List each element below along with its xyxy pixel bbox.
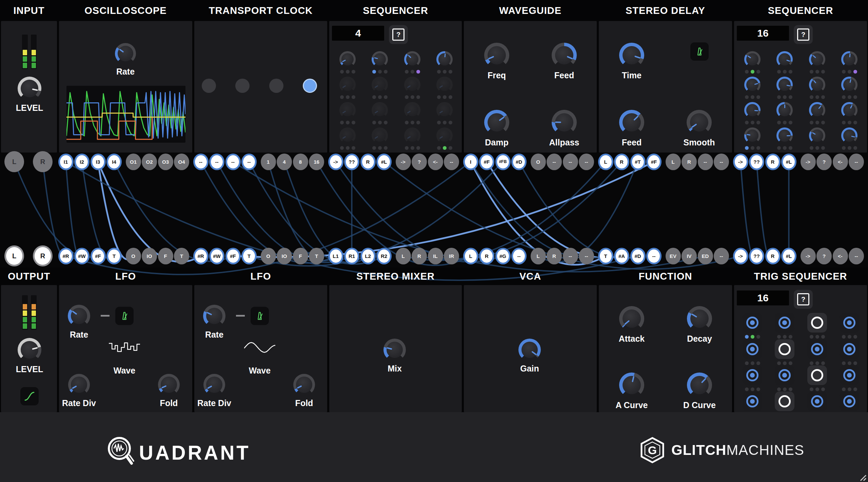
sequencer2-step-knob-12[interactable]: [841, 102, 857, 118]
sequencer2-step-knob-8[interactable]: [841, 77, 857, 93]
jack-upper-6-I4[interactable]: I4: [106, 154, 122, 170]
jack-upper-21-R[interactable]: R: [360, 154, 376, 170]
jack-upper-18-16[interactable]: 16: [309, 154, 324, 170]
jack-upper-41-[interactable]: --: [698, 154, 713, 170]
jack-upper-37-T[interactable]: #T: [630, 154, 646, 170]
jack-upper-45-R[interactable]: R: [765, 154, 781, 170]
jack-upper-31-O[interactable]: O: [531, 154, 546, 170]
jack-lower-29-G[interactable]: #G: [495, 248, 511, 264]
jack-upper-46-L[interactable]: #L: [781, 154, 796, 170]
jack-lower-14-T[interactable]: T: [241, 248, 257, 264]
jack-upper-50-[interactable]: --: [849, 154, 864, 170]
sequencer1-step-knob-16[interactable]: [436, 127, 453, 144]
stereo-delay-smooth-knob[interactable]: [687, 110, 712, 135]
sequencer1-step-knob-11[interactable]: [404, 102, 420, 118]
lfo1-rate-div-knob[interactable]: [68, 374, 90, 396]
jack-lower-22-R2[interactable]: R2: [376, 248, 392, 264]
jack-lower-30-[interactable]: --: [511, 248, 527, 264]
jack-upper-23-[interactable]: ->: [396, 154, 411, 170]
input-level-knob[interactable]: [18, 77, 41, 100]
jack-upper-11-[interactable]: --: [193, 154, 209, 170]
jack-lower-46-L[interactable]: #L: [781, 248, 796, 264]
sequencer1-step-knob-5[interactable]: [339, 77, 356, 93]
output-softclip-button[interactable]: [20, 387, 39, 405]
trig-step-button-9[interactable]: [743, 365, 762, 385]
sequencer2-step-knob-3[interactable]: [809, 51, 825, 67]
lfo2-fold-knob[interactable]: [293, 374, 315, 396]
sequencer1-steps-display[interactable]: 4: [332, 26, 384, 41]
jack-lower-7-O[interactable]: O: [126, 248, 141, 264]
jack-upper-13-[interactable]: --: [225, 154, 241, 170]
resize-handle[interactable]: [857, 472, 867, 481]
jack-upper-5-I3[interactable]: I3: [91, 154, 106, 170]
jack-lower-11-R[interactable]: #R: [193, 248, 209, 264]
jack-upper-25-[interactable]: <-: [428, 154, 443, 170]
jack-lower-16-IO[interactable]: IO: [277, 248, 292, 264]
jack-lower-40-IV[interactable]: IV: [682, 248, 697, 264]
jack-lower-34-[interactable]: --: [579, 248, 594, 264]
jack-lower-49-[interactable]: <-: [833, 248, 848, 264]
jack-lower-37-D[interactable]: #D: [630, 248, 646, 264]
trig-step-button-4[interactable]: [840, 313, 859, 333]
jack-upper-40-R[interactable]: R: [682, 154, 697, 170]
jack-upper-28-F[interactable]: #F: [479, 154, 494, 170]
waveguide-allpass-knob[interactable]: [552, 110, 577, 135]
trig-step-button-14[interactable]: [775, 391, 794, 411]
jack-lower-18-T[interactable]: T: [309, 248, 324, 264]
jack-upper-34-[interactable]: --: [579, 154, 594, 170]
jack-lower-8-IO[interactable]: IO: [142, 248, 157, 264]
jack-upper-26-[interactable]: --: [444, 154, 459, 170]
sequencer1-step-knob-14[interactable]: [372, 127, 388, 144]
sequencer2-step-knob-7[interactable]: [809, 77, 825, 93]
sequencer2-step-knob-4[interactable]: [841, 51, 857, 67]
waveguide-feed-knob[interactable]: [552, 43, 577, 68]
jack-upper-36-R[interactable]: R: [614, 154, 629, 170]
trig-step-button-1[interactable]: [743, 313, 762, 333]
stereo-mixer-mix-knob[interactable]: [383, 339, 406, 361]
jack-lower-17-F[interactable]: F: [293, 248, 308, 264]
jack-lower-50-[interactable]: --: [849, 248, 864, 264]
jack-upper-24-[interactable]: ?: [412, 154, 427, 170]
sequencer2-help-button[interactable]: ?: [794, 25, 813, 44]
jack-upper-47-[interactable]: ->: [801, 154, 816, 170]
jack-upper-22-L[interactable]: #L: [376, 154, 392, 170]
jack-lower-44-[interactable]: ??: [749, 248, 764, 264]
sequencer1-step-knob-6[interactable]: [372, 77, 388, 93]
sequencer2-steps-display[interactable]: 16: [737, 26, 789, 41]
jack-upper-2-R[interactable]: R: [33, 151, 53, 172]
jack-lower-41-ED[interactable]: ED: [698, 248, 713, 264]
function-attack-knob[interactable]: [619, 306, 644, 331]
sequencer1-step-knob-12[interactable]: [436, 102, 453, 118]
jack-lower-32-R[interactable]: R: [547, 248, 562, 264]
waveguide-damp-knob[interactable]: [484, 110, 509, 135]
sequencer2-step-knob-11[interactable]: [809, 102, 825, 118]
jack-lower-4-W[interactable]: #W: [74, 248, 90, 264]
jack-lower-1-L[interactable]: L: [4, 245, 24, 266]
sequencer2-step-knob-10[interactable]: [776, 102, 793, 118]
jack-upper-39-L[interactable]: L: [666, 154, 681, 170]
jack-upper-48-[interactable]: ?: [816, 154, 832, 170]
jack-lower-33-[interactable]: --: [563, 248, 578, 264]
jack-upper-19-[interactable]: ->: [328, 154, 343, 170]
jack-upper-3-I1[interactable]: I1: [58, 154, 74, 170]
jack-lower-26-IR[interactable]: IR: [444, 248, 459, 264]
jack-lower-23-L[interactable]: L: [396, 248, 411, 264]
jack-upper-33-[interactable]: --: [563, 154, 578, 170]
sequencer1-step-knob-15[interactable]: [404, 127, 420, 144]
function-decay-knob[interactable]: [687, 306, 712, 331]
jack-lower-39-EV[interactable]: EV: [666, 248, 681, 264]
lfo2-sync-button[interactable]: [251, 307, 269, 325]
jack-upper-32-[interactable]: --: [547, 154, 562, 170]
jack-lower-3-R[interactable]: #R: [58, 248, 74, 264]
sequencer1-step-knob-10[interactable]: [372, 102, 388, 118]
jack-lower-25-IL[interactable]: IL: [428, 248, 443, 264]
jack-upper-1-L[interactable]: L: [4, 151, 24, 172]
jack-upper-49-[interactable]: <-: [833, 154, 848, 170]
jack-upper-43-[interactable]: ->: [733, 154, 748, 170]
jack-upper-35-L[interactable]: L: [598, 154, 613, 170]
sequencer1-step-knob-1[interactable]: [339, 51, 356, 67]
jack-lower-13-F[interactable]: #F: [225, 248, 241, 264]
stereo-delay-time-knob[interactable]: [619, 43, 644, 68]
trig-step-button-13[interactable]: [743, 391, 762, 411]
stereo-delay-feed-knob[interactable]: [619, 110, 644, 135]
